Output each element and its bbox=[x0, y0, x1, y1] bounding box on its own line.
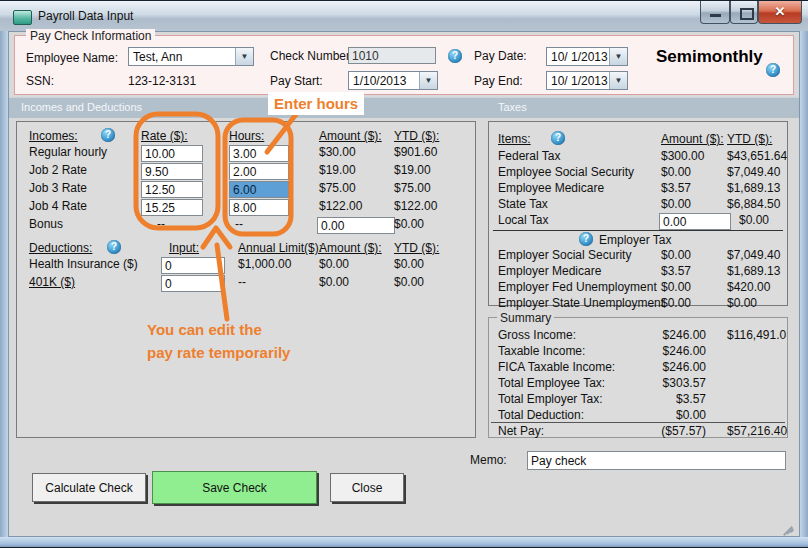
input-column-header: Input: bbox=[169, 241, 199, 255]
hours-input[interactable] bbox=[229, 163, 289, 180]
check-number-input bbox=[348, 47, 436, 64]
employee-name-value: Test, Ann bbox=[133, 50, 182, 64]
ssn-value: 123-12-3131 bbox=[128, 74, 196, 88]
summary-groupbox: Summary Gross Income: $246.00 $116,491.0… bbox=[488, 317, 788, 438]
summary-amount: $3.57 bbox=[619, 392, 706, 406]
pay-date-value: 10/ 1/2013 bbox=[551, 50, 608, 64]
deduction-401k-link[interactable]: 401K ($) bbox=[29, 275, 75, 289]
close-button[interactable]: ✕ bbox=[758, 1, 802, 24]
tax-amount-column-header: Amount ($): bbox=[661, 132, 724, 146]
summary-label: Taxable Income: bbox=[498, 344, 585, 358]
taxes-panel: Items: ? Amount ($): YTD ($): Federal Ta… bbox=[488, 121, 788, 306]
employer-tax-row: Employer Fed Unemployment $0.00 $420.00 bbox=[489, 280, 787, 296]
incomes-help-icon[interactable]: ? bbox=[101, 128, 115, 142]
local-tax-row: Local Tax $0.00 bbox=[489, 213, 787, 229]
employer-tax-help-icon[interactable]: ? bbox=[579, 232, 593, 246]
summary-label: Total Employer Tax: bbox=[498, 392, 603, 406]
calculate-check-button[interactable]: Calculate Check bbox=[32, 473, 146, 502]
net-pay-row: Net Pay: ($57.57) $57,216.40 bbox=[489, 424, 787, 440]
summary-row: FICA Taxable Income: $246.00 bbox=[489, 360, 787, 376]
deduction-amount: $0.00 bbox=[319, 257, 349, 271]
deduction-ytd: $0.00 bbox=[394, 257, 424, 271]
deduction-input[interactable] bbox=[161, 275, 225, 292]
incomes-deductions-panel: Incomes: ? Rate ($): Hours: Amount ($): … bbox=[16, 121, 476, 438]
tax-ytd: $6,884.50 bbox=[727, 197, 780, 211]
annual-limit-column-header: Annual Limit($): bbox=[238, 241, 322, 255]
employee-name-combo[interactable]: Test, Ann ▼ bbox=[128, 47, 254, 66]
edit-rate-note-line1: You can edit the bbox=[147, 321, 262, 338]
pay-frequency-text: Semimonthly bbox=[656, 47, 763, 67]
chevron-down-icon[interactable]: ▼ bbox=[235, 48, 253, 65]
deduction-row: 401K ($) -- $0.00 $0.00 bbox=[17, 275, 475, 291]
tax-label: Local Tax bbox=[498, 213, 548, 227]
rate-input[interactable] bbox=[141, 199, 203, 216]
tax-label: Employer Medicare bbox=[498, 264, 601, 278]
bonus-ytd: $0.00 bbox=[394, 217, 424, 231]
income-label: Job 3 Rate bbox=[29, 181, 87, 195]
tax-label: Employee Medicare bbox=[498, 181, 604, 195]
chevron-down-icon[interactable]: ▼ bbox=[419, 72, 437, 89]
summary-label: Gross Income: bbox=[498, 328, 576, 342]
employee-name-label: Employee Name: bbox=[26, 51, 118, 65]
summary-row: Taxable Income: $246.00 bbox=[489, 344, 787, 360]
income-row: Regular hourly $30.00 $901.60 bbox=[17, 145, 475, 161]
taxes-help-icon[interactable]: ? bbox=[551, 131, 565, 145]
rate-input[interactable] bbox=[141, 181, 203, 198]
income-row: Job 4 Rate $122.00 $122.00 bbox=[17, 199, 475, 215]
chevron-down-icon[interactable]: ▼ bbox=[609, 48, 627, 65]
local-tax-input[interactable] bbox=[659, 213, 731, 230]
rate-input[interactable] bbox=[141, 163, 203, 180]
minimize-button[interactable] bbox=[700, 1, 730, 24]
rate-column-header: Rate ($): bbox=[141, 129, 188, 143]
deductions-help-icon[interactable]: ? bbox=[107, 240, 121, 254]
pay-end-label: Pay End: bbox=[474, 74, 523, 88]
ytd-column-header: YTD ($): bbox=[394, 129, 439, 143]
pay-end-combo[interactable]: 10/ 1/2013 ▼ bbox=[546, 71, 628, 90]
chevron-down-icon[interactable]: ▼ bbox=[609, 72, 627, 89]
tax-label: Employer Social Security bbox=[498, 248, 631, 262]
tax-label: Employee Social Security bbox=[498, 165, 634, 179]
window-frame-left bbox=[0, 31, 8, 537]
income-row: Job 3 Rate $75.00 $75.00 bbox=[17, 181, 475, 197]
frequency-help-icon[interactable]: ? bbox=[766, 63, 780, 77]
check-number-label: Check Number: bbox=[270, 49, 353, 63]
deduction-annual-limit: $1,000.00 bbox=[238, 257, 291, 271]
tax-row: Employee Medicare $3.57 $1,689.13 bbox=[489, 181, 787, 197]
pay-start-combo[interactable]: 1/10/2013 ▼ bbox=[348, 71, 438, 90]
deduction-label: Health Insurance ($) bbox=[29, 257, 138, 271]
memo-label: Memo: bbox=[470, 453, 507, 467]
memo-input[interactable] bbox=[527, 451, 786, 470]
hours-input[interactable] bbox=[229, 145, 289, 162]
summary-legend: Summary bbox=[497, 311, 554, 325]
title-bar[interactable]: Payroll Data Input ✕ bbox=[0, 1, 808, 32]
deduction-row: Health Insurance ($) $1,000.00 $0.00 $0.… bbox=[17, 257, 475, 273]
amount-column-header: Amount ($): bbox=[319, 129, 382, 143]
summary-ytd: $116,491.0 bbox=[727, 328, 786, 342]
tax-ytd: $420.00 bbox=[727, 280, 770, 294]
bonus-amount-input[interactable] bbox=[317, 217, 395, 234]
paycheck-info-legend: Pay Check Information bbox=[26, 29, 155, 43]
window-title: Payroll Data Input bbox=[38, 9, 133, 23]
check-number-help-icon[interactable]: ? bbox=[448, 49, 462, 63]
bonus-row: Bonus -- -- $0.00 bbox=[17, 217, 475, 233]
deduction-input[interactable] bbox=[161, 257, 225, 274]
form-icon bbox=[13, 10, 32, 25]
income-ytd: $901.60 bbox=[394, 145, 437, 159]
net-pay-ytd: $57,216.40 bbox=[727, 424, 787, 438]
resize-grip-icon[interactable] bbox=[780, 519, 796, 535]
close-dialog-button[interactable]: Close bbox=[330, 473, 404, 502]
maximize-button[interactable] bbox=[730, 1, 758, 24]
hours-input-selected[interactable] bbox=[229, 181, 289, 198]
incomes-column-header: Incomes: bbox=[29, 129, 78, 143]
tax-ytd-column-header: YTD ($): bbox=[727, 132, 772, 146]
tax-ytd: $0.00 bbox=[739, 213, 769, 227]
tax-ytd: $7,049.40 bbox=[727, 248, 780, 262]
pay-date-combo[interactable]: 10/ 1/2013 ▼ bbox=[546, 47, 628, 66]
tax-amount: $300.00 bbox=[661, 149, 704, 163]
bonus-hours-placeholder: -- bbox=[235, 217, 243, 231]
save-check-button[interactable]: Save Check bbox=[152, 471, 317, 504]
tax-ytd: $1,689.13 bbox=[727, 181, 780, 195]
hours-input[interactable] bbox=[229, 199, 289, 216]
rate-input[interactable] bbox=[141, 145, 203, 162]
income-ytd: $75.00 bbox=[394, 181, 431, 195]
